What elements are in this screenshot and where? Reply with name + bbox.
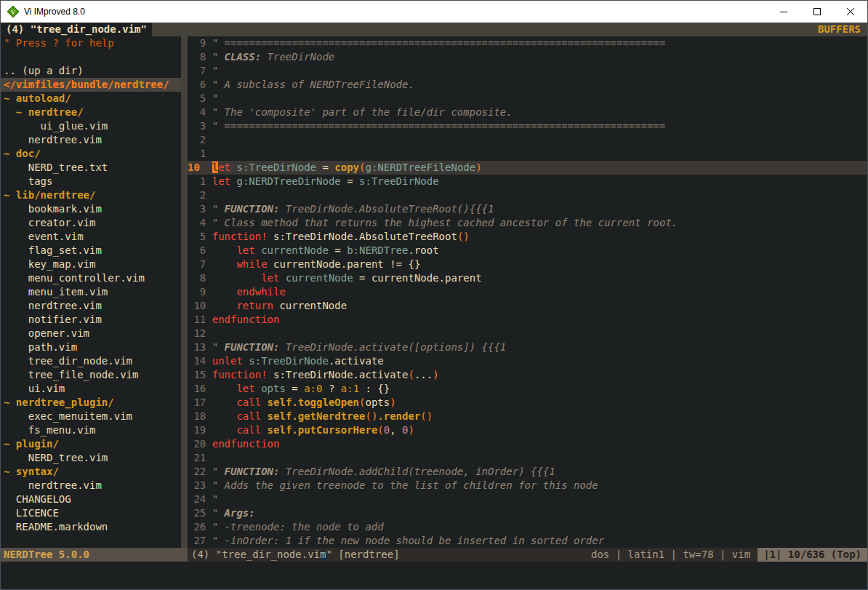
- nerdtree-help-line: " Press ? for help: [4, 36, 181, 50]
- editor-line[interactable]: 10 return currentNode: [188, 299, 867, 313]
- line-number: 6: [188, 78, 212, 92]
- minimize-button[interactable]: [767, 1, 800, 23]
- editor-line[interactable]: 7 while currentNode.parent != {}: [188, 258, 867, 271]
- editor-line[interactable]: 26 " -treenode: the node to add: [188, 520, 867, 534]
- editor-line[interactable]: 13 " FUNCTION: TreeDirNode.activate([opt…: [188, 340, 867, 354]
- code-text: let currentNode = currentNode.parent: [212, 271, 482, 285]
- nerdtree-file-item[interactable]: README.markdown: [4, 520, 181, 534]
- editor-line[interactable]: 12: [188, 327, 867, 340]
- nerdtree-file-item[interactable]: tree_dir_node.vim: [4, 354, 181, 368]
- editor-line[interactable]: 8 let currentNode = currentNode.parent: [188, 271, 867, 285]
- tabline: (4) "tree_dir_node.vim" BUFFERS: [1, 23, 867, 36]
- editor-line[interactable]: 4 " Class method that returns the highes…: [188, 216, 867, 230]
- code-text: endfunction: [212, 437, 280, 451]
- window-title: Vi IMproved 8.0: [24, 7, 85, 17]
- nerdtree-file-item[interactable]: NERD_tree.txt: [4, 161, 181, 175]
- editor-line[interactable]: 8 " CLASS: TreeDirNode: [188, 50, 867, 64]
- window-separator[interactable]: [181, 36, 188, 548]
- line-number: 2: [188, 188, 212, 202]
- tab-tree-dir-node[interactable]: (4) "tree_dir_node.vim": [1, 23, 152, 36]
- nerdtree-file-item[interactable]: NERD_tree.vim: [4, 451, 181, 465]
- nerdtree-dir-item[interactable]: ~ nerdtree_plugin/: [4, 396, 181, 410]
- nerdtree-file-item[interactable]: opener.vim: [4, 327, 181, 340]
- nerdtree-file-item[interactable]: ui.vim: [4, 382, 181, 396]
- nerdtree-file-item[interactable]: menu_controller.vim: [4, 271, 181, 285]
- line-number: 2: [188, 133, 212, 147]
- editor-line[interactable]: 3 " ====================================…: [188, 119, 867, 133]
- editor-line-current[interactable]: 10 let s:TreeDirNode = copy(g:NERDTreeFi…: [188, 161, 867, 175]
- nerdtree-dir-item[interactable]: ~ nerdtree/: [4, 105, 181, 119]
- editor-line[interactable]: 3 " FUNCTION: TreeDirNode.AbsoluteTreeRo…: [188, 202, 867, 216]
- nerdtree-file-item[interactable]: event.vim: [4, 230, 181, 244]
- line-number: 6: [188, 244, 212, 258]
- nerdtree-file-item[interactable]: nerdtree.vim: [4, 299, 181, 313]
- nerdtree-file-item[interactable]: path.vim: [4, 340, 181, 354]
- nerdtree-root[interactable]: </vimfiles/bundle/nerdtree/: [1, 78, 181, 92]
- editor-line[interactable]: 7 ": [188, 64, 867, 78]
- nerdtree-file-item[interactable]: tree_file_node.vim: [4, 368, 181, 382]
- nerdtree-file-item[interactable]: creator.vim: [4, 216, 181, 230]
- editor-line[interactable]: 21: [188, 451, 867, 465]
- editor-line[interactable]: 27 " -inOrder: 1 if the new node should …: [188, 534, 867, 548]
- nerdtree-dir-item[interactable]: ~ lib/nerdtree/: [4, 188, 181, 202]
- editor-line[interactable]: 9 " ====================================…: [188, 36, 867, 50]
- code-text: " CLASS: TreeDirNode: [212, 50, 335, 64]
- editor-line[interactable]: 11 endfunction: [188, 313, 867, 327]
- editor-line[interactable]: 19 call self.putCursorHere(0, 0): [188, 423, 867, 437]
- code-text: let currentNode = b:NERDTree.root: [212, 244, 439, 258]
- editor-line[interactable]: 6 let currentNode = b:NERDTree.root: [188, 244, 867, 258]
- code-text: endwhile: [212, 285, 286, 299]
- editor-panel[interactable]: 9 " ====================================…: [188, 36, 867, 548]
- nerdtree-up-dir[interactable]: .. (up a dir): [4, 64, 181, 78]
- code-text: " FUNCTION: TreeDirNode.activate([option…: [212, 340, 507, 354]
- editor-line[interactable]: 2: [188, 188, 867, 202]
- nerdtree-file-item[interactable]: bookmark.vim: [4, 202, 181, 216]
- line-number: 8: [188, 271, 212, 285]
- code-text: function! s:TreeDirNode.activate(...): [212, 368, 439, 382]
- nerdtree-file-item[interactable]: menu_item.vim: [4, 285, 181, 299]
- maximize-button[interactable]: [800, 1, 834, 23]
- nerdtree-dir-item[interactable]: ~ plugin/: [4, 437, 181, 451]
- editor-line[interactable]: 4 " The 'composite' part of the file/dir…: [188, 105, 867, 119]
- editor-line[interactable]: 1: [188, 147, 867, 161]
- editor-line[interactable]: 16 let opts = a:0 ? a:1 : {}: [188, 382, 867, 396]
- editor-line[interactable]: 5 function! s:TreeDirNode.AbsoluteTreeRo…: [188, 230, 867, 244]
- current-line-number: 10: [188, 161, 212, 175]
- nerdtree-file-item[interactable]: nerdtree.vim: [4, 479, 181, 493]
- editor-line[interactable]: 24 ": [188, 493, 867, 506]
- statusline-buffer: (4) "tree_dir_node.vim" [nerdtree]: [188, 548, 400, 562]
- nerdtree-file-item[interactable]: tags: [4, 175, 181, 188]
- editor-line[interactable]: 17 call self.toggleOpen(opts): [188, 396, 867, 410]
- nerdtree-file-item[interactable]: key_map.vim: [4, 258, 181, 271]
- editor-line[interactable]: 23 " Adds the given treenode to the list…: [188, 479, 867, 493]
- nerdtree-file-item[interactable]: flag_set.vim: [4, 244, 181, 258]
- nerdtree-file-item[interactable]: LICENCE: [4, 506, 181, 520]
- editor-line[interactable]: 14 unlet s:TreeDirNode.activate: [188, 354, 867, 368]
- nerdtree-dir-item[interactable]: ~ syntax/: [4, 465, 181, 479]
- editor-line[interactable]: 6 " A subclass of NERDTreeFileNode.: [188, 78, 867, 92]
- editor-line[interactable]: 9 endwhile: [188, 285, 867, 299]
- code-text: " -treenode: the node to add: [212, 520, 384, 534]
- editor-line[interactable]: 22 " FUNCTION: TreeDirNode.addChild(tree…: [188, 465, 867, 479]
- nerdtree-file-item[interactable]: notifier.vim: [4, 313, 181, 327]
- nerdtree-dir-item[interactable]: ~ doc/: [4, 147, 181, 161]
- line-number: 12: [188, 327, 212, 340]
- editor-line[interactable]: 5 ": [188, 92, 867, 105]
- editor-line[interactable]: 15 function! s:TreeDirNode.activate(...): [188, 368, 867, 382]
- nerdtree-file-item[interactable]: ui_glue.vim: [4, 119, 181, 133]
- editor-line[interactable]: 25 " Args:: [188, 506, 867, 520]
- editor-line[interactable]: 2: [188, 133, 867, 147]
- nerdtree-file-item[interactable]: CHANGELOG: [4, 493, 181, 506]
- code-text: return currentNode: [212, 299, 347, 313]
- nerdtree-dir-item[interactable]: ~ autoload/: [4, 92, 181, 105]
- code-text: ": [212, 64, 218, 78]
- nerdtree-file-item[interactable]: fs_menu.vim: [4, 423, 181, 437]
- nerdtree-file-item[interactable]: exec_menuitem.vim: [4, 410, 181, 423]
- code-text: " FUNCTION: TreeDirNode.AbsoluteTreeRoot…: [212, 202, 494, 216]
- editor-line[interactable]: 1 let g:NERDTreeDirNode = s:TreeDirNode: [188, 175, 867, 188]
- nerdtree-file-item[interactable]: nerdtree.vim: [4, 133, 181, 147]
- code-text: ": [212, 493, 218, 506]
- editor-line[interactable]: 20 endfunction: [188, 437, 867, 451]
- editor-line[interactable]: 18 call self.getNerdtree().render(): [188, 410, 867, 423]
- close-button[interactable]: [834, 1, 867, 23]
